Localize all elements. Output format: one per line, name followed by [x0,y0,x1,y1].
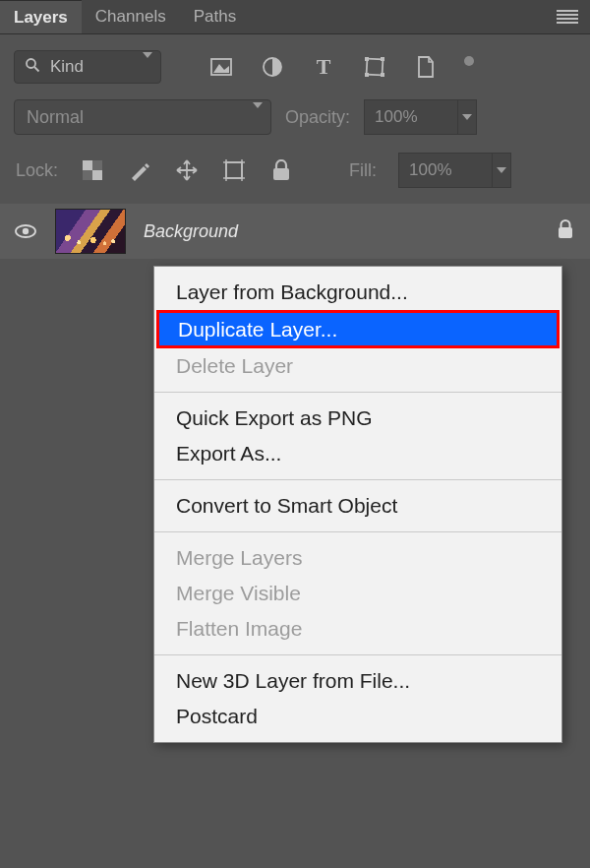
menu-item[interactable]: Layer from Background... [154,275,561,310]
svg-rect-11 [92,170,102,180]
filter-shape-icon[interactable] [362,54,387,80]
opacity-slider-toggle[interactable] [458,99,477,135]
svg-rect-13 [83,170,92,180]
opacity-input[interactable]: 100% [364,99,458,135]
menu-item: Delete Layer [154,348,561,384]
filter-pixel-icon[interactable] [208,54,234,80]
chevron-down-icon [143,58,152,76]
menu-item: Flatten Image [154,611,561,647]
svg-rect-5 [367,59,384,76]
menu-item: Merge Layers [154,540,561,576]
chevron-down-icon [253,108,263,126]
svg-point-0 [27,59,35,68]
layer-row-background[interactable]: Background [0,204,590,259]
lock-row: Lock: Fill: 100% [0,153,590,204]
opacity-label: Opacity: [285,107,350,128]
svg-line-1 [34,67,39,72]
filter-kind-select[interactable]: Kind [14,50,161,84]
layer-lock-icon [557,219,574,243]
svg-rect-19 [273,168,289,180]
svg-rect-8 [365,73,369,77]
svg-rect-6 [365,57,369,61]
filter-toggle[interactable] [464,56,474,66]
menu-item[interactable]: Postcard [154,699,561,734]
blend-mode-value: Normal [27,107,84,128]
svg-rect-22 [559,227,572,238]
menu-item[interactable]: Quick Export as PNG [154,401,561,436]
svg-rect-9 [381,73,384,77]
svg-rect-14 [226,162,242,178]
tab-paths[interactable]: Paths [180,0,250,33]
visibility-toggle[interactable] [14,223,37,239]
svg-point-21 [23,228,29,234]
lock-position-icon[interactable] [174,157,200,183]
blend-mode-select[interactable]: Normal [14,99,271,135]
panel-menu-icon[interactable] [557,10,578,24]
lock-label: Lock: [16,160,58,181]
svg-rect-10 [83,160,92,170]
layers-panel: Layers Channels Paths Kind T [0,0,590,868]
menu-item: Merge Visible [154,576,561,611]
search-icon [25,57,40,77]
fill-label: Fill: [349,160,377,181]
tab-channels[interactable]: Channels [82,0,180,33]
blend-row: Normal Opacity: 100% [0,99,590,153]
filter-smartobject-icon[interactable] [413,54,439,80]
layer-filter-bar: Kind T [0,34,590,99]
lock-pixels-icon[interactable] [127,157,152,183]
menu-item[interactable]: New 3D Layer from File... [154,663,561,699]
filter-adjustment-icon[interactable] [260,54,285,80]
svg-rect-7 [381,57,384,61]
layer-name[interactable]: Background [144,221,238,242]
panel-tabstrip: Layers Channels Paths [0,0,590,34]
lock-artboard-icon[interactable] [221,157,247,183]
lock-transparency-icon[interactable] [80,157,105,183]
layer-context-menu: Layer from Background...Duplicate Layer.… [153,266,562,743]
fill-slider-toggle[interactable] [493,153,511,188]
menu-item[interactable]: Export As... [154,436,561,471]
tab-layers[interactable]: Layers [0,0,82,33]
lock-all-icon[interactable] [268,157,294,183]
menu-item[interactable]: Convert to Smart Object [154,488,561,524]
filter-type-icon[interactable]: T [311,54,336,80]
filter-kind-label: Kind [50,57,84,77]
fill-input[interactable]: 100% [398,153,493,188]
svg-marker-3 [213,64,229,73]
svg-rect-12 [92,160,102,170]
menu-item[interactable]: Duplicate Layer... [156,310,560,348]
layer-thumbnail[interactable] [55,209,126,254]
